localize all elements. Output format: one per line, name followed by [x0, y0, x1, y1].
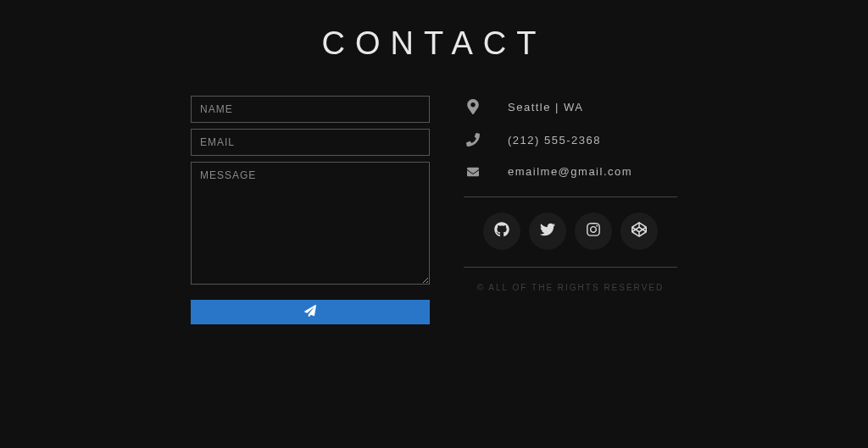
codepen-icon [632, 222, 647, 241]
envelope-icon [464, 166, 482, 178]
name-input[interactable] [191, 96, 430, 123]
codepen-link[interactable] [620, 213, 658, 250]
twitter-link[interactable] [529, 213, 566, 250]
email-text: emailme@gmail.com [508, 165, 632, 178]
submit-button[interactable] [191, 300, 430, 324]
location-row: Seattle | WA [464, 99, 677, 114]
page-title: CONTACT [0, 25, 868, 62]
email-row: emailme@gmail.com [464, 165, 677, 178]
instagram-icon [586, 222, 601, 241]
copyright-text: © ALL OF THE RIGHTS RESERVED [464, 283, 677, 292]
divider [464, 196, 677, 197]
contact-form [191, 96, 430, 324]
divider [464, 267, 677, 268]
github-link[interactable] [483, 213, 520, 250]
message-input[interactable] [191, 162, 430, 285]
map-marker-icon [464, 99, 482, 114]
phone-row: (212) 555-2368 [464, 133, 677, 147]
github-icon [494, 222, 509, 241]
instagram-link[interactable] [575, 213, 612, 250]
location-text: Seattle | WA [508, 101, 584, 113]
social-links [464, 213, 677, 250]
contact-info: Seattle | WA (212) 555-2368 emailme@gmai… [464, 96, 677, 324]
phone-icon [464, 133, 482, 147]
phone-text: (212) 555-2368 [508, 134, 601, 147]
paper-plane-icon [304, 305, 316, 319]
twitter-icon [540, 222, 555, 241]
email-input[interactable] [191, 129, 430, 156]
